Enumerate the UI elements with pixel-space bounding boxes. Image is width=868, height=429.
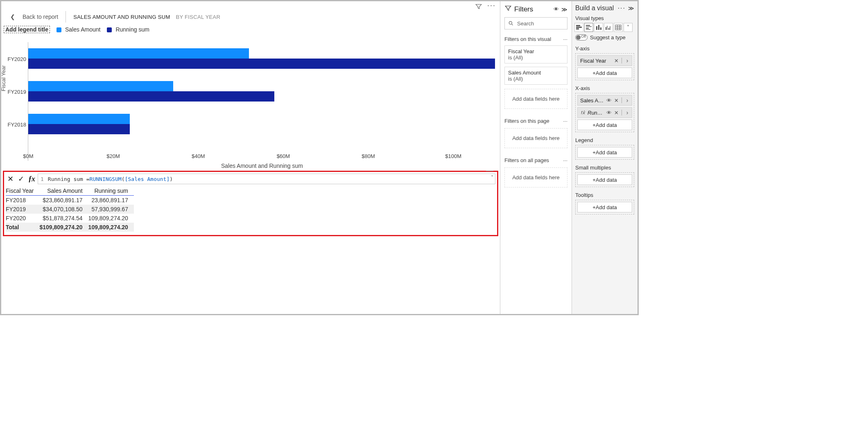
- collapse-build-button[interactable]: ≫: [628, 5, 634, 11]
- filter-card-sales-amount[interactable]: Sales Amount is (All): [504, 67, 567, 85]
- divider: [66, 11, 66, 23]
- svg-rect-13: [607, 26, 608, 30]
- xaxis-well[interactable]: Sales Am… 👁 ✕ › fx̂ Runni… 👁 ✕ › +Add da…: [575, 93, 634, 132]
- formula-expand-button[interactable]: ˅: [491, 175, 493, 181]
- visual-type-stacked-column[interactable]: [594, 23, 603, 32]
- formula-cancel-button[interactable]: ✕: [6, 174, 15, 183]
- chevron-right-icon[interactable]: ›: [624, 57, 630, 64]
- visibility-icon[interactable]: 👁: [554, 6, 559, 12]
- x-tick-label: $60M: [277, 153, 290, 159]
- visual-types-row: ˅: [572, 22, 637, 33]
- app-window: ··· ❮ Back to report SALES AMOUNT AND RU…: [0, 0, 639, 315]
- tooltips-add-button[interactable]: +Add data: [577, 202, 632, 212]
- yaxis-well[interactable]: Fiscal Year ✕ › +Add data: [575, 53, 634, 80]
- filter-condition: is (All): [508, 76, 564, 82]
- xaxis-add-button[interactable]: +Add data: [577, 120, 632, 130]
- y-tick-label: FY2020: [4, 56, 26, 62]
- tooltips-well[interactable]: +Add data: [575, 200, 634, 214]
- x-tick-label: $100M: [445, 153, 461, 159]
- y-tick-label: FY2018: [4, 122, 26, 128]
- visual-type-stacked-bar[interactable]: [574, 23, 583, 32]
- chip-sales-amount[interactable]: Sales Am… 👁 ✕ ›: [577, 95, 632, 106]
- bar-running-sum[interactable]: [28, 91, 274, 102]
- svg-line-1: [512, 24, 513, 25]
- build-title: Build a visual: [575, 5, 614, 12]
- svg-rect-4: [576, 28, 579, 29]
- small-multiples-well[interactable]: +Add data: [575, 172, 634, 187]
- search-placeholder: Search: [517, 20, 534, 27]
- svg-rect-7: [586, 28, 589, 29]
- visual-type-clustered-column[interactable]: [604, 23, 613, 32]
- filter-card-fiscal-year[interactable]: Fiscal Year is (All): [504, 45, 567, 63]
- filters-search-input[interactable]: Search: [504, 17, 567, 29]
- small-multiples-label: Small multiples: [572, 163, 637, 172]
- yaxis-add-button[interactable]: +Add data: [577, 68, 632, 78]
- table-row[interactable]: FY2020$51,878,274.54109,809,274.20: [6, 214, 134, 223]
- visual-type-clustered-bar[interactable]: [584, 23, 593, 32]
- svg-rect-9: [596, 26, 597, 30]
- yaxis-label: Y-axis: [572, 44, 637, 52]
- svg-rect-10: [598, 25, 599, 30]
- chart-legend: Add legend title Sales Amount Running su…: [4, 26, 149, 33]
- collapse-filters-button[interactable]: ≫: [561, 6, 567, 13]
- filters-on-visual-header: Filters on this visual···: [500, 34, 572, 44]
- more-icon[interactable]: ···: [487, 1, 496, 11]
- back-to-report-link[interactable]: Back to report: [23, 14, 58, 20]
- chip-fiscal-year[interactable]: Fiscal Year ✕ ›: [577, 55, 632, 66]
- remove-icon[interactable]: ✕: [613, 110, 619, 116]
- col-running-sum[interactable]: Running sum: [88, 187, 134, 196]
- svg-rect-8: [586, 29, 590, 30]
- legend-add-button[interactable]: +Add data: [577, 147, 632, 158]
- section-more-icon[interactable]: ···: [563, 118, 567, 124]
- visibility-icon[interactable]: 👁: [606, 97, 612, 104]
- table-row[interactable]: FY2018$23,860,891.1723,860,891.17: [6, 196, 134, 205]
- visual-types-label: Visual types: [572, 14, 637, 22]
- back-chevron-icon[interactable]: ❮: [10, 14, 15, 20]
- x-tick-label: $40M: [192, 153, 205, 159]
- formula-bar: ✕ ✓ ƒx 1 Running sum = RUNNINGSUM ( [Sal…: [6, 174, 495, 184]
- table-row[interactable]: FY2019$34,070,108.5057,930,999.67: [6, 205, 134, 214]
- formula-function: RUNNINGSUM: [90, 176, 122, 182]
- bar-sales-amount[interactable]: [28, 114, 130, 124]
- visual-type-more[interactable]: ˅: [624, 23, 633, 32]
- filter-condition: is (All): [508, 54, 564, 61]
- formula-input[interactable]: 1 Running sum = RUNNINGSUM ( [Sales Amou…: [38, 174, 495, 184]
- x-tick-label: $0M: [23, 153, 33, 159]
- formula-text: Running sum =: [48, 176, 90, 182]
- add-filter-page-dropzone[interactable]: Add data fields here: [504, 128, 567, 148]
- report-canvas: ··· ❮ Back to report SALES AMOUNT AND RU…: [1, 1, 500, 314]
- col-fiscal-year[interactable]: Fiscal Year: [6, 187, 39, 196]
- bar-sales-amount[interactable]: [28, 81, 173, 91]
- visual-title: SALES AMOUNT AND RUNNING SUM BY FISCAL Y…: [73, 14, 220, 20]
- build-more-icon[interactable]: ···: [618, 5, 626, 12]
- visual-type-table[interactable]: [614, 23, 623, 32]
- formula-commit-button[interactable]: ✓: [16, 174, 25, 183]
- formula-and-table-region: ✕ ✓ ƒx 1 Running sum = RUNNINGSUM ( [Sal…: [3, 171, 498, 236]
- chevron-right-icon[interactable]: ›: [624, 97, 630, 104]
- x-tick-label: $80M: [362, 153, 375, 159]
- svg-rect-12: [606, 27, 606, 30]
- section-more-icon[interactable]: ···: [563, 36, 567, 42]
- svg-rect-11: [600, 27, 601, 30]
- section-more-icon[interactable]: ···: [563, 157, 567, 163]
- legend-title-placeholder[interactable]: Add legend title: [4, 26, 50, 33]
- filter-icon[interactable]: [475, 3, 482, 12]
- bar-sales-amount[interactable]: [28, 48, 249, 59]
- bar-running-sum[interactable]: [28, 59, 495, 69]
- suggest-type-toggle[interactable]: Off: [575, 34, 588, 41]
- chip-running-sum[interactable]: fx̂ Runni… 👁 ✕ ›: [577, 107, 632, 118]
- legend-well[interactable]: +Add data: [575, 145, 634, 160]
- fx-icon[interactable]: ƒx: [27, 174, 36, 183]
- add-filter-visual-dropzone[interactable]: Add data fields here: [504, 89, 567, 109]
- bar-running-sum[interactable]: [28, 124, 130, 134]
- col-sales-amount[interactable]: Sales Amount: [39, 187, 88, 196]
- remove-icon[interactable]: ✕: [613, 58, 619, 64]
- add-filter-all-dropzone[interactable]: Add data fields here: [504, 167, 567, 187]
- chevron-right-icon[interactable]: ›: [624, 109, 630, 116]
- small-multiples-add-button[interactable]: +Add data: [577, 174, 632, 185]
- filter-field-name: Sales Amount: [508, 70, 564, 76]
- legend-label-2: Running sum: [115, 26, 149, 33]
- remove-icon[interactable]: ✕: [613, 97, 619, 104]
- tooltips-label: Tooltips: [572, 190, 637, 199]
- visibility-icon[interactable]: 👁: [606, 110, 612, 116]
